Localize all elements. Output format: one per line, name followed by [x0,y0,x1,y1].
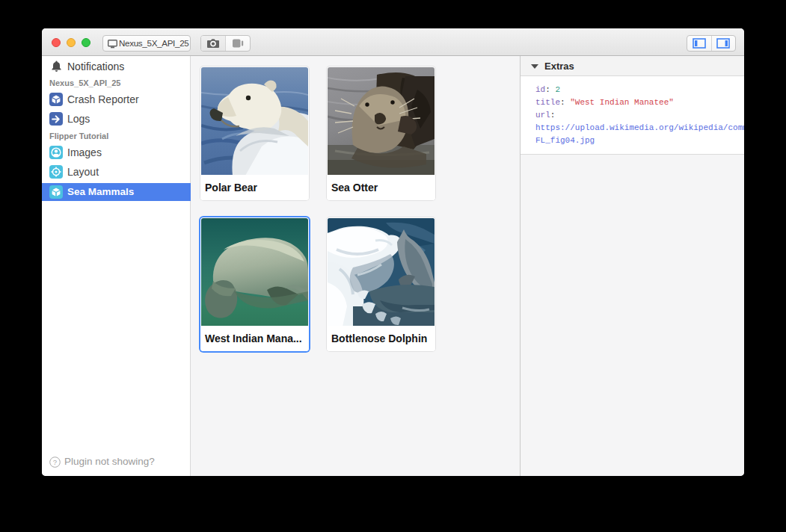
svg-text:?: ? [53,458,57,466]
